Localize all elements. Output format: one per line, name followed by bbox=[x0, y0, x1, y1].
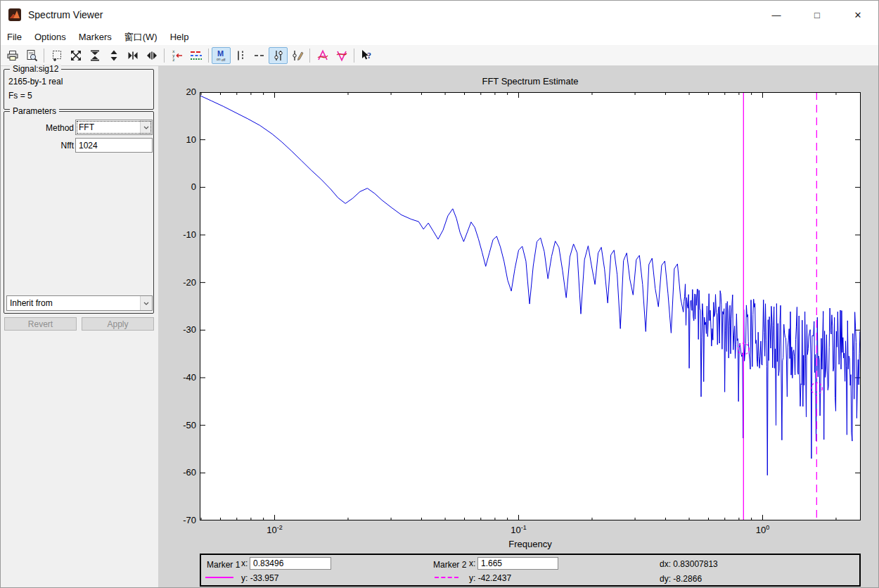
print-preview-button[interactable] bbox=[22, 47, 41, 64]
help-cursor-icon: ? bbox=[360, 49, 374, 63]
y-tick-label: -10 bbox=[162, 229, 196, 240]
marker1-x-label: x: bbox=[241, 558, 248, 568]
window-title: Spectrum Viewer bbox=[28, 9, 103, 20]
whats-this-button[interactable]: ? bbox=[357, 47, 376, 64]
print-preview-icon bbox=[25, 49, 39, 63]
method-label: Method bbox=[4, 123, 74, 133]
signal-groupbox: Signal:sig12 2165-by-1 real Fs = 5 bbox=[4, 69, 154, 110]
apply-button[interactable]: Apply bbox=[82, 317, 154, 331]
chevron-down-icon bbox=[140, 120, 152, 134]
toolbar-separator bbox=[164, 49, 165, 63]
zoom-region-icon bbox=[50, 49, 64, 63]
minimize-button[interactable]: — bbox=[756, 1, 797, 29]
compress-x-button[interactable] bbox=[123, 47, 142, 64]
svg-text:off: off bbox=[222, 58, 226, 62]
plot-region: FFT Spectrum Estimate Frequency Marker 1… bbox=[158, 66, 878, 587]
horizontal-markers-icon bbox=[252, 49, 267, 63]
marker2-line-swatch bbox=[435, 577, 458, 578]
line-styles-button[interactable] bbox=[186, 47, 205, 64]
marker1-label: Marker 1 bbox=[207, 560, 240, 570]
compress-horizontal-icon bbox=[126, 49, 140, 63]
compress-y-button[interactable] bbox=[85, 47, 104, 64]
horizontal-markers-button[interactable] bbox=[250, 47, 269, 64]
compress-vertical-icon bbox=[88, 49, 102, 63]
maximize-button[interactable]: □ bbox=[797, 1, 838, 29]
matlab-app-icon bbox=[8, 8, 22, 22]
menu-options[interactable]: Options bbox=[28, 30, 72, 44]
y-tick-label: 0 bbox=[162, 181, 196, 192]
nfft-label: Nfft bbox=[4, 141, 74, 151]
svg-text:on: on bbox=[217, 57, 221, 61]
expand-x-button[interactable] bbox=[142, 47, 161, 64]
menu-markers[interactable]: Markers bbox=[72, 30, 118, 44]
inherit-from-dropdown[interactable]: Inherit from bbox=[6, 295, 153, 311]
select-trace-icon: x y z bbox=[170, 49, 184, 63]
y-tick-label: -40 bbox=[162, 372, 196, 383]
y-tick-label: 20 bbox=[162, 87, 196, 97]
markers-on-off-icon: M on off bbox=[214, 49, 229, 63]
settings-sidebar: Signal:sig12 2165-by-1 real Fs = 5 Param… bbox=[1, 66, 158, 587]
toolbar-separator bbox=[44, 49, 44, 63]
revert-button[interactable]: Revert bbox=[4, 317, 77, 331]
track-markers-icon bbox=[271, 49, 285, 63]
method-dropdown-value: FFT bbox=[79, 122, 94, 132]
marker1-x-input[interactable] bbox=[250, 557, 331, 570]
svg-text:z: z bbox=[172, 57, 175, 62]
marker2-x-label: x: bbox=[469, 558, 475, 568]
markers-onoff-button[interactable]: M on off bbox=[212, 47, 231, 64]
x-tick-label: 100 bbox=[745, 524, 781, 535]
menu-file[interactable]: File bbox=[1, 30, 28, 44]
parameters-groupbox-title: Parameters bbox=[10, 106, 59, 116]
marker2-label: Marker 2 bbox=[433, 560, 466, 570]
plot-title: FFT Spectrum Estimate bbox=[200, 76, 861, 87]
window-controls: — □ ✕ bbox=[756, 1, 878, 29]
printer-icon bbox=[6, 49, 20, 63]
expand-all-icon bbox=[69, 49, 83, 63]
menu-window[interactable]: 窗口(W) bbox=[118, 30, 164, 45]
expand-horizontal-icon bbox=[145, 49, 159, 63]
x-tick-label: 10-1 bbox=[501, 524, 537, 535]
nfft-input[interactable] bbox=[75, 138, 153, 153]
menu-bar: File Options Markers 窗口(W) Help bbox=[1, 29, 878, 45]
spectrum-viewer-window: Spectrum Viewer — □ ✕ File Options Marke… bbox=[0, 0, 879, 588]
expand-vertical-icon bbox=[107, 49, 121, 63]
x-axis-label: Frequency bbox=[200, 539, 861, 549]
signal-sample-rate: Fs = 5 bbox=[8, 91, 32, 101]
close-button[interactable]: ✕ bbox=[838, 1, 878, 29]
y-tick-label: -50 bbox=[162, 420, 196, 430]
spectrum-plot[interactable] bbox=[200, 92, 861, 520]
toolbar-separator bbox=[309, 49, 310, 63]
marker1-line-swatch bbox=[205, 577, 233, 578]
expand-y-button[interactable] bbox=[104, 47, 123, 64]
print-button[interactable] bbox=[3, 47, 22, 64]
y-tick-label: -60 bbox=[162, 467, 196, 478]
signal-dimensions: 2165-by-1 real bbox=[8, 77, 63, 87]
y-tick-label: 10 bbox=[162, 134, 196, 145]
marker1-y-readout: y: -33.957 bbox=[241, 573, 278, 583]
chevron-down-icon bbox=[140, 296, 152, 310]
y-tick-label: -70 bbox=[162, 515, 196, 525]
select-trace-button[interactable]: x y z bbox=[167, 47, 186, 64]
menu-help[interactable]: Help bbox=[164, 30, 195, 44]
marker2-y-readout: y: -42.2437 bbox=[469, 573, 511, 583]
dx-readout: dx: 0.83007813 bbox=[660, 559, 718, 569]
toolbar-separator bbox=[208, 49, 209, 63]
vertical-markers-button[interactable] bbox=[231, 47, 250, 64]
y-tick-label: -20 bbox=[162, 277, 196, 288]
title-bar[interactable]: Spectrum Viewer — □ ✕ bbox=[1, 1, 878, 29]
edit-markers-icon bbox=[290, 49, 304, 63]
method-dropdown[interactable]: FFT bbox=[75, 120, 153, 135]
toolbar-separator bbox=[354, 49, 354, 63]
inherit-from-value: Inherit from bbox=[10, 298, 53, 308]
y-tick-label: -30 bbox=[162, 324, 196, 335]
edit-markers-button[interactable] bbox=[288, 47, 307, 64]
full-view-button[interactable] bbox=[66, 47, 85, 64]
svg-text:?: ? bbox=[367, 51, 371, 60]
dy-readout: dy: -8.2866 bbox=[660, 574, 702, 584]
marker2-x-input[interactable] bbox=[477, 557, 558, 570]
zoom-select-button[interactable] bbox=[47, 47, 66, 64]
toolbar: x y z M on off bbox=[1, 45, 878, 66]
peak-marker-button[interactable] bbox=[313, 47, 332, 64]
track-markers-button[interactable] bbox=[269, 47, 288, 64]
valley-marker-button[interactable] bbox=[332, 47, 351, 64]
